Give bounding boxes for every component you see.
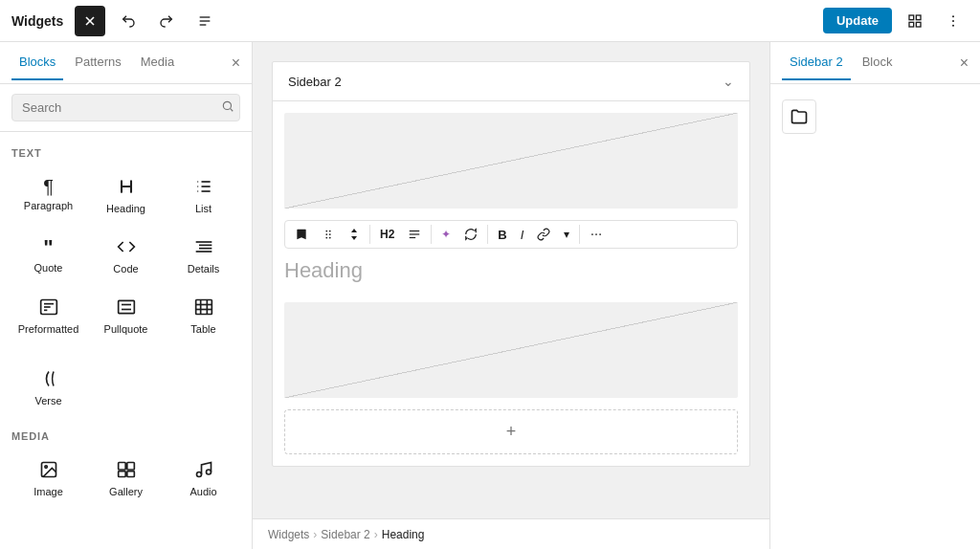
list-icon — [194, 177, 213, 199]
update-button[interactable]: Update — [823, 8, 892, 33]
list-label: List — [195, 203, 212, 214]
view-button[interactable] — [900, 6, 930, 36]
toolbar-sparkle-button[interactable]: ✦ — [435, 224, 457, 245]
block-paragraph[interactable]: ¶ Paragraph — [11, 166, 85, 223]
block-heading[interactable]: Heading — [89, 166, 163, 223]
breadcrumb-widgets[interactable]: Widgets — [268, 528, 309, 541]
paragraph-label: Paragraph — [24, 200, 73, 211]
search-button[interactable] — [221, 99, 234, 116]
toolbar-divider-4 — [579, 225, 580, 244]
svg-rect-39 — [126, 463, 134, 471]
toolbar-align-button[interactable] — [402, 224, 427, 245]
heading-block: H2 ✦ B I — [284, 220, 738, 291]
toolbar-heading-tag[interactable]: H2 — [374, 224, 400, 245]
pullquote-label: Pullquote — [104, 323, 148, 335]
svg-point-42 — [196, 472, 201, 477]
svg-rect-41 — [126, 472, 134, 477]
block-pullquote[interactable]: Pullquote — [89, 287, 163, 343]
right-content — [770, 84, 980, 149]
svg-point-12 — [223, 101, 231, 109]
svg-point-11 — [952, 24, 954, 26]
table-icon — [194, 297, 213, 319]
right-panel: Sidebar 2 Block × — [769, 42, 980, 549]
topbar-left: Widgets — [11, 6, 220, 36]
toolbar-italic-button[interactable]: I — [515, 224, 530, 246]
svg-rect-6 — [916, 15, 921, 20]
block-code[interactable]: Code — [89, 227, 163, 283]
svg-point-46 — [325, 233, 327, 235]
canvas-placeholder-top — [284, 113, 738, 209]
verse-icon — [39, 369, 58, 391]
block-gallery[interactable]: Gallery — [89, 450, 163, 506]
tab-patterns[interactable]: Patterns — [67, 45, 128, 80]
audio-label: Audio — [189, 486, 216, 497]
sidebar-header: Sidebar 2 ⌄ — [273, 62, 749, 101]
svg-point-47 — [329, 233, 331, 235]
canvas-scroll[interactable]: Sidebar 2 ⌄ — [253, 42, 769, 518]
block-audio[interactable]: Audio — [167, 450, 240, 506]
details-label: Details — [188, 263, 220, 274]
block-verse[interactable]: Verse — [11, 359, 85, 415]
tab-media[interactable]: Media — [133, 45, 182, 80]
toolbar-arrows-button[interactable] — [343, 223, 366, 246]
topbar: Widgets Update — [0, 0, 980, 42]
breadcrumb-bar: Widgets › Sidebar 2 › Heading — [253, 518, 769, 549]
collapse-button[interactable]: ⌄ — [723, 74, 734, 89]
sidebar-title-label: Sidebar 2 — [288, 75, 342, 89]
blocks-list: TEXT ¶ Paragraph Heading — [0, 132, 252, 549]
redo-button[interactable] — [151, 6, 182, 36]
close-button[interactable] — [75, 6, 105, 36]
breadcrumb-sep-1: › — [313, 528, 317, 541]
toolbar-dropdown-button[interactable]: ▾ — [558, 224, 575, 245]
options-button[interactable] — [938, 6, 969, 36]
panel-close-button[interactable]: × — [232, 55, 240, 71]
toolbar-bold-button[interactable]: B — [492, 224, 512, 246]
add-block-button[interactable]: + — [284, 409, 738, 454]
list-view-button[interactable] — [189, 6, 220, 36]
search-input[interactable] — [11, 94, 240, 121]
svg-rect-7 — [909, 22, 914, 27]
pullquote-icon — [117, 297, 136, 319]
toolbar-more-button[interactable] — [584, 224, 609, 245]
right-tabs: Sidebar 2 Block × — [770, 42, 980, 84]
undo-button[interactable] — [113, 6, 144, 36]
verse-label: Verse — [34, 395, 61, 406]
toolbar-link-button[interactable] — [531, 224, 556, 245]
table-label: Table — [190, 323, 215, 335]
toolbar-bookmark-button[interactable] — [289, 224, 314, 245]
canvas-inner: Sidebar 2 ⌄ — [272, 61, 750, 467]
svg-point-54 — [595, 233, 597, 235]
svg-point-10 — [952, 20, 954, 22]
verse-grid: Verse — [11, 359, 240, 415]
paragraph-icon: ¶ — [43, 177, 54, 196]
media-section-label: MEDIA — [11, 430, 240, 442]
svg-rect-8 — [916, 22, 921, 27]
right-panel-close-button[interactable]: × — [960, 55, 969, 72]
block-toolbar: H2 ✦ B I — [284, 220, 738, 249]
block-list[interactable]: List — [167, 166, 240, 223]
toolbar-divider-3 — [487, 225, 488, 244]
block-table[interactable]: Table — [167, 287, 240, 343]
block-details[interactable]: Details — [167, 227, 240, 283]
toolbar-drag-button[interactable] — [316, 224, 341, 245]
svg-point-43 — [206, 470, 211, 474]
quote-icon: " — [43, 237, 53, 258]
heading-placeholder-text[interactable]: Heading — [284, 254, 738, 291]
canvas-placeholder-bottom — [284, 302, 738, 398]
details-icon — [194, 237, 213, 259]
right-tab-sidebar2[interactable]: Sidebar 2 — [782, 45, 851, 80]
breadcrumb-sidebar2[interactable]: Sidebar 2 — [321, 528, 369, 541]
svg-point-45 — [329, 231, 331, 232]
svg-rect-28 — [118, 300, 134, 313]
toolbar-loop-button[interactable] — [458, 224, 483, 245]
right-tab-block[interactable]: Block — [855, 45, 901, 80]
block-quote[interactable]: " Quote — [11, 227, 85, 283]
gallery-icon — [117, 460, 136, 482]
image-label: Image — [33, 486, 63, 497]
block-preformatted[interactable]: Preformatted — [11, 287, 85, 343]
block-image[interactable]: Image — [11, 450, 85, 506]
code-label: Code — [113, 263, 138, 274]
tab-blocks[interactable]: Blocks — [11, 45, 63, 80]
svg-point-37 — [44, 466, 47, 469]
heading-label: Heading — [106, 203, 145, 214]
